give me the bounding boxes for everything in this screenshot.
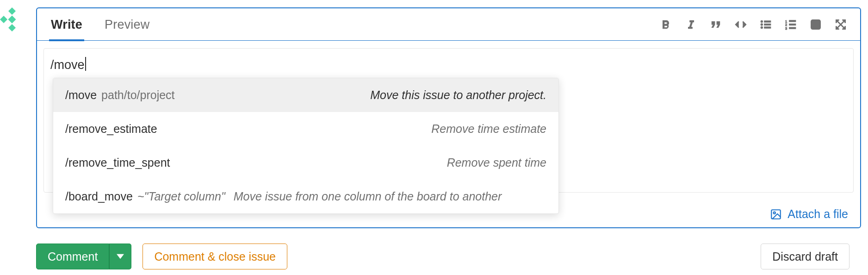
autocomplete-option[interactable]: /movepath/to/projectMove this issue to a…: [53, 78, 558, 112]
svg-rect-5: [764, 20, 771, 22]
svg-point-20: [774, 212, 775, 213]
text-caret: [85, 57, 86, 71]
autocomplete-command: /move: [65, 88, 97, 102]
bold-icon[interactable]: [659, 18, 672, 31]
comment-split-button: Comment: [36, 244, 131, 269]
comment-buttons: Comment Comment & close issue: [36, 244, 287, 269]
discard-draft-button[interactable]: Discard draft: [761, 244, 849, 269]
svg-marker-21: [117, 254, 124, 259]
svg-marker-0: [8, 7, 16, 15]
quick-action-autocomplete: /movepath/to/projectMove this issue to a…: [53, 78, 559, 214]
markdown-toolbar: 123: [659, 18, 847, 31]
attach-file-link[interactable]: Attach a file: [770, 207, 848, 221]
autocomplete-command: /remove_estimate: [65, 122, 157, 136]
avatar: [0, 7, 24, 31]
comment-and-close-button[interactable]: Comment & close issue: [143, 244, 287, 269]
svg-point-8: [761, 26, 763, 28]
svg-rect-9: [764, 26, 771, 28]
attach-file-label: Attach a file: [787, 207, 848, 221]
autocomplete-option[interactable]: /board_move~"Target column"Move issue fr…: [53, 180, 558, 213]
comment-dropdown-toggle[interactable]: [109, 244, 131, 269]
autocomplete-param: path/to/project: [101, 88, 174, 102]
svg-point-4: [761, 20, 763, 22]
comment-button[interactable]: Comment: [36, 244, 109, 269]
code-icon[interactable]: [734, 18, 747, 31]
numbered-list-icon[interactable]: 123: [784, 18, 797, 31]
autocomplete-option[interactable]: /remove_time_spentRemove spent time: [53, 146, 558, 180]
autocomplete-command: /remove_time_spent: [65, 156, 170, 169]
tab-preview[interactable]: Preview: [104, 8, 150, 41]
fullscreen-icon[interactable]: [834, 18, 847, 31]
tab-write[interactable]: Write: [50, 8, 83, 41]
svg-rect-13: [789, 24, 796, 25]
svg-marker-1: [0, 16, 7, 23]
bullet-list-icon[interactable]: [759, 18, 772, 31]
italic-icon[interactable]: [684, 18, 697, 31]
autocomplete-description: Move issue from one column of the board …: [234, 190, 502, 203]
autocomplete-option[interactable]: /remove_estimateRemove time estimate: [53, 112, 558, 146]
autocomplete-description: Move this issue to another project.: [370, 88, 546, 102]
autocomplete-command: /board_move: [65, 190, 133, 203]
svg-rect-19: [772, 210, 781, 219]
svg-marker-2: [8, 24, 16, 31]
svg-text:3: 3: [785, 26, 787, 30]
task-list-icon[interactable]: [809, 18, 822, 31]
quote-icon[interactable]: [709, 18, 722, 31]
comment-input-value: /move: [50, 57, 86, 72]
svg-point-6: [761, 23, 763, 25]
svg-rect-11: [789, 20, 796, 21]
autocomplete-description: Remove time estimate: [431, 122, 546, 136]
svg-rect-15: [789, 27, 796, 28]
editor-tabbar: Write Preview 123: [37, 8, 860, 41]
svg-rect-3: [8, 16, 16, 24]
autocomplete-param: ~"Target column": [137, 190, 225, 203]
autocomplete-description: Remove spent time: [447, 156, 546, 169]
svg-rect-7: [764, 24, 771, 25]
